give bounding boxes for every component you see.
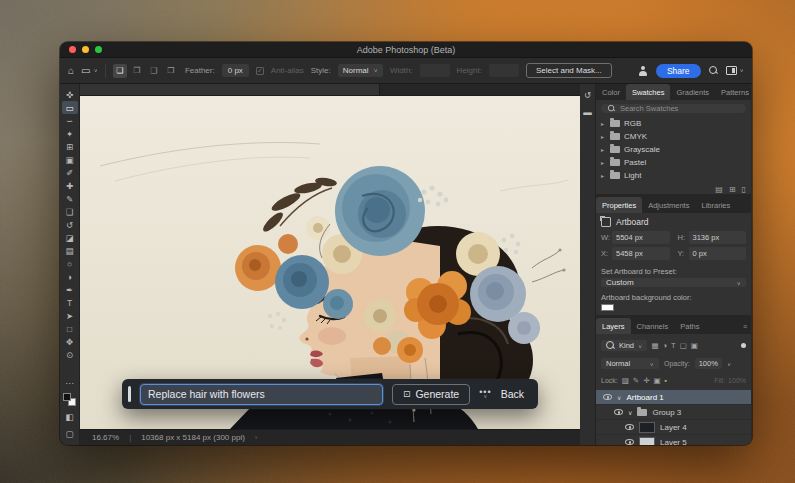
tab-patterns[interactable]: Patterns bbox=[715, 84, 752, 100]
expand-caret-icon[interactable]: ▸ bbox=[601, 120, 606, 127]
anti-alias-checkbox[interactable]: ✓ bbox=[256, 67, 264, 75]
lock-transparent-pixels[interactable]: ▨ bbox=[622, 376, 629, 385]
height-input[interactable] bbox=[489, 64, 519, 77]
tool-object-selection[interactable]: ✦ bbox=[62, 127, 78, 140]
account-icon[interactable] bbox=[638, 66, 648, 76]
swatch-group-light[interactable]: ▸ Light bbox=[601, 169, 746, 182]
dimension-input[interactable]: 5504 px bbox=[612, 231, 670, 244]
zoom-level[interactable]: 16.67% bbox=[92, 433, 119, 442]
filter-smart-objects[interactable]: ▣ bbox=[691, 341, 698, 350]
tab-layers[interactable]: Layers bbox=[596, 318, 631, 334]
selmode-subtract-from-selection[interactable]: ❑ bbox=[147, 64, 161, 78]
tool-pen[interactable]: ✒ bbox=[62, 283, 78, 296]
style-dropdown[interactable]: Normal ∨ bbox=[338, 64, 383, 77]
tab-properties[interactable]: Properties bbox=[596, 197, 642, 213]
filter-shape-layers[interactable]: ▢ bbox=[680, 341, 687, 350]
active-tool-icon[interactable]: ▭ ∨ bbox=[81, 66, 98, 76]
tool-path-selection[interactable]: ➤ bbox=[62, 309, 78, 322]
width-input[interactable] bbox=[420, 64, 450, 77]
tool-rectangular-marquee[interactable]: ▭ bbox=[62, 101, 78, 114]
visibility-eye-icon[interactable] bbox=[625, 424, 634, 430]
document-tab[interactable] bbox=[80, 84, 380, 95]
layer-row-artboard-1[interactable]: ∨ Artboard 1 bbox=[596, 390, 751, 405]
panel-menu-icon[interactable]: ≡ bbox=[743, 318, 751, 334]
tool-blur[interactable]: ○ bbox=[62, 257, 78, 270]
foreground-color[interactable] bbox=[63, 393, 71, 401]
swatches-new-group[interactable]: ▤ bbox=[715, 185, 723, 194]
swatches-new-swatch[interactable]: ⊞ bbox=[729, 185, 736, 194]
swatch-group-rgb[interactable]: ▸ RGB bbox=[601, 117, 746, 130]
swatch-search-field[interactable]: Search Swatches bbox=[601, 104, 746, 113]
lock-artboard-nesting[interactable]: ▣ bbox=[653, 376, 660, 385]
tool-lasso[interactable]: ∽ bbox=[62, 114, 78, 127]
filter-adjustment-layers[interactable]: ◑ bbox=[663, 341, 668, 350]
color-swatches[interactable] bbox=[63, 393, 76, 406]
generate-button[interactable]: ⊡ Generate bbox=[392, 384, 470, 405]
tool-move[interactable]: ✜ bbox=[62, 88, 78, 101]
tool-zoom[interactable]: ⊙ bbox=[62, 348, 78, 361]
dimension-input[interactable]: 5458 px bbox=[612, 247, 670, 260]
opacity-input[interactable]: 100% bbox=[695, 358, 722, 369]
filter-toggle[interactable] bbox=[741, 343, 746, 348]
blend-mode-dropdown[interactable]: Normal ∨ bbox=[601, 358, 659, 369]
tool-hand[interactable]: ✥ bbox=[62, 335, 78, 348]
selmode-new-selection[interactable]: ❏ bbox=[113, 64, 127, 78]
expand-caret-icon[interactable]: ▸ bbox=[601, 172, 606, 179]
expand-caret-icon[interactable]: ▸ bbox=[601, 146, 606, 153]
tab-adjustments[interactable]: Adjustments bbox=[642, 197, 695, 213]
edit-toolbar-button[interactable]: ⋯ bbox=[62, 376, 78, 389]
tool-eyedropper[interactable]: ✐ bbox=[62, 166, 78, 179]
tab-swatches[interactable]: Swatches bbox=[626, 84, 671, 100]
status-chevron-icon[interactable]: › bbox=[255, 433, 258, 442]
layer-row-layer-5[interactable]: ∨ Layer 5 bbox=[596, 435, 751, 445]
tool-gradient[interactable]: ▤ bbox=[62, 244, 78, 257]
generative-fill-prompt-input[interactable] bbox=[140, 384, 383, 405]
swatch-group-grayscale[interactable]: ▸ Grayscale bbox=[601, 143, 746, 156]
visibility-eye-icon[interactable] bbox=[603, 394, 612, 400]
tool-eraser[interactable]: ◪ bbox=[62, 231, 78, 244]
kind-filter-dropdown[interactable]: Kind ∨ bbox=[601, 340, 647, 351]
tool-brush[interactable]: ✎ bbox=[62, 192, 78, 205]
screen-mode-button[interactable]: ▢ bbox=[62, 427, 78, 440]
swatch-group-cmyk[interactable]: ▸ CMYK bbox=[601, 130, 746, 143]
visibility-eye-icon[interactable] bbox=[614, 409, 623, 415]
back-button[interactable]: Back bbox=[501, 388, 528, 400]
tab-gradients[interactable]: Gradients bbox=[670, 84, 715, 100]
tool-rectangle[interactable]: □ bbox=[62, 322, 78, 335]
artboard-bg-color-swatch[interactable] bbox=[601, 304, 614, 311]
expand-caret-icon[interactable]: ▸ bbox=[601, 159, 606, 166]
tool-history-brush[interactable]: ↺ bbox=[62, 218, 78, 231]
prompt-drag-handle[interactable] bbox=[128, 386, 131, 402]
tab-libraries[interactable]: Libraries bbox=[695, 197, 736, 213]
feather-input[interactable]: 0 px bbox=[222, 64, 249, 77]
home-icon[interactable]: ⌂ bbox=[68, 66, 74, 76]
dimension-input[interactable]: 3136 px bbox=[689, 231, 747, 244]
tab-paths[interactable]: Paths bbox=[674, 318, 705, 334]
dimension-input[interactable]: 0 px bbox=[689, 247, 747, 260]
filter-pixel-layers[interactable]: ▦ bbox=[651, 341, 658, 350]
expand-caret-icon[interactable]: ▸ bbox=[601, 133, 606, 140]
collapsed-panel-properties-mini[interactable]: ▬ bbox=[583, 107, 592, 117]
search-icon[interactable] bbox=[709, 66, 718, 75]
tool-frame[interactable]: ▣ bbox=[62, 153, 78, 166]
layer-row-group-3[interactable]: ∨ Group 3 bbox=[596, 405, 751, 420]
tab-color[interactable]: Color bbox=[596, 84, 626, 100]
tool-spot-healing[interactable]: ✚ bbox=[62, 179, 78, 192]
swatch-group-pastel[interactable]: ▸ Pastel bbox=[601, 156, 746, 169]
select-and-mask-button[interactable]: Select and Mask... bbox=[526, 63, 612, 78]
collapsed-panel-history[interactable]: ↺ bbox=[584, 90, 591, 100]
selmode-add-to-selection[interactable]: ❐ bbox=[130, 64, 144, 78]
expand-caret-icon[interactable]: ∨ bbox=[628, 409, 632, 416]
visibility-eye-icon[interactable] bbox=[625, 439, 634, 445]
tool-crop[interactable]: ⊞ bbox=[62, 140, 78, 153]
tool-dodge[interactable]: ◑ bbox=[62, 270, 78, 283]
tool-type[interactable]: T bbox=[62, 296, 78, 309]
expand-caret-icon[interactable]: ∨ bbox=[617, 394, 621, 401]
layer-row-layer-4[interactable]: ∨ Layer 4 bbox=[596, 420, 751, 435]
quick-mask-button[interactable]: ◧ bbox=[62, 410, 78, 423]
lock-image-pixels[interactable]: ✎ bbox=[633, 376, 639, 385]
tab-channels[interactable]: Channels bbox=[631, 318, 675, 334]
workspace-switcher[interactable]: ∨ bbox=[726, 66, 744, 75]
filter-type-layers[interactable]: T bbox=[671, 341, 676, 350]
tool-clone-stamp[interactable]: ❏ bbox=[62, 205, 78, 218]
